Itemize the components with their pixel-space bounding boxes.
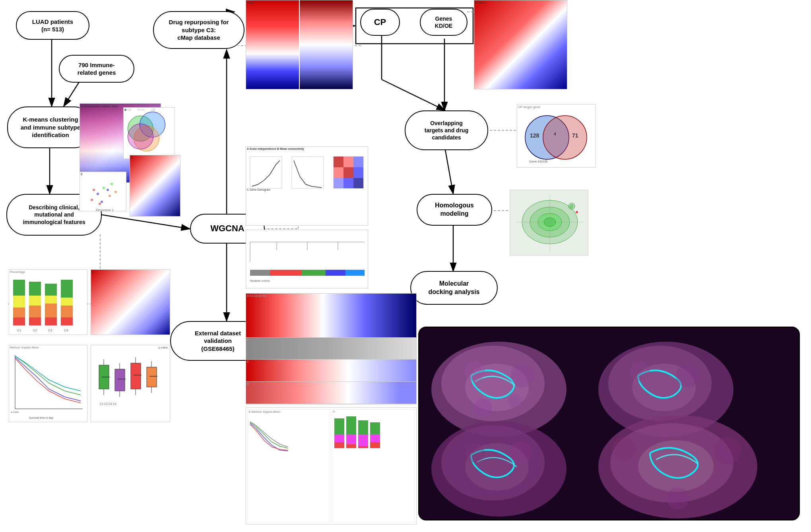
svg-point-36 (107, 189, 109, 191)
svg-point-147 (630, 362, 650, 381)
svg-point-148 (676, 364, 700, 387)
svg-rect-71 (370, 434, 380, 442)
thumb-survival-km: Method: Kaplan Meier Survival time in da… (9, 345, 87, 422)
svg-rect-39 (292, 157, 324, 188)
svg-point-27 (91, 199, 93, 201)
svg-rect-57 (302, 270, 326, 276)
svg-text:C1: C1 (17, 329, 21, 332)
svg-rect-41 (334, 157, 343, 167)
svg-text:C4: C4 (64, 329, 68, 332)
svg-point-29 (103, 187, 105, 189)
thumb-bar-charts: Percentage C1 C2 C3 C4 (9, 269, 87, 335)
node-immune-genes-label: 790 Immune-related genes (78, 61, 116, 77)
svg-point-34 (114, 191, 117, 193)
node-clinical-label: Describing clinical,mutational andimmuno… (23, 204, 85, 226)
thumb-survival-bottom: E Method: Kaplan-Meier F (246, 407, 417, 524)
svg-point-31 (93, 189, 95, 191)
svg-point-146 (508, 394, 522, 408)
svg-rect-85 (61, 280, 73, 298)
svg-text:4: 4 (554, 132, 556, 136)
svg-rect-58 (326, 270, 345, 276)
svg-rect-66 (346, 444, 356, 448)
svg-rect-76 (13, 317, 25, 325)
svg-point-152 (714, 437, 741, 465)
node-drug-label: Drug repurposing forsubtype C3:cMap data… (169, 18, 229, 42)
svg-rect-65 (346, 434, 356, 444)
svg-rect-69 (358, 446, 368, 448)
svg-point-149 (465, 443, 485, 463)
svg-point-150 (510, 442, 532, 464)
node-molecular-docking: Moleculardocking analysis (410, 271, 498, 305)
node-kmeans-label: K-means clusteringand immune subtypeiden… (21, 116, 80, 139)
svg-rect-47 (334, 178, 343, 188)
svg-text:p-value: p-value (11, 411, 19, 413)
node-luad: LUAD patients(n= 513) (16, 11, 89, 40)
node-drug-repurposing: Drug repurposing forsubtype C3:cMap data… (153, 11, 244, 49)
svg-text:C1  C2  C3  C4: C1 C2 C3 C4 (100, 402, 116, 405)
thumb-venn-cp: CP target gene 128 4 71 IKBKE HDAC11 KDR… (517, 104, 596, 168)
svg-text:Gene KD/OE: Gene KD/OE (529, 160, 548, 163)
svg-rect-109 (147, 367, 157, 387)
svg-rect-80 (29, 317, 41, 325)
svg-rect-59 (345, 270, 365, 276)
thumb-heatmap-d: D (130, 155, 180, 217)
node-immune-genes: 790 Immune-related genes (59, 55, 134, 83)
node-homologous: Homologousmodeling (417, 194, 492, 226)
svg-rect-88 (61, 317, 73, 325)
svg-rect-46 (353, 167, 363, 178)
svg-point-32 (101, 201, 103, 203)
svg-point-35 (99, 203, 101, 205)
svg-text:Module colors: Module colors (250, 279, 270, 282)
svg-rect-55 (250, 270, 270, 276)
svg-text:128: 128 (530, 132, 539, 139)
svg-rect-61 (334, 418, 344, 434)
node-homologous-label: Homologousmodeling (435, 201, 474, 218)
svg-rect-75 (13, 308, 25, 317)
node-genes-kdoe: GenesKD/OE (420, 9, 468, 36)
node-luad-label: LUAD patients(n= 513) (32, 18, 73, 33)
svg-line-5 (100, 215, 190, 229)
svg-rect-87 (61, 306, 73, 317)
svg-rect-101 (115, 369, 125, 391)
svg-rect-48 (343, 178, 353, 188)
svg-point-153 (667, 488, 689, 510)
svg-point-144 (511, 364, 535, 387)
thumb-scatter-kmeans: C Dimension 1 (80, 172, 126, 211)
svg-point-28 (97, 193, 99, 195)
mol-dock-image (418, 327, 800, 520)
thumb-heatmap-e: E Cell id (474, 0, 567, 89)
thumb-boxplots: C1 C2 C3 C4 p-value (91, 345, 170, 422)
svg-point-130 (576, 211, 578, 213)
svg-rect-77 (29, 282, 41, 296)
svg-point-143 (465, 362, 485, 381)
svg-rect-56 (270, 270, 302, 276)
svg-rect-38 (250, 157, 282, 188)
thumb-wgcna-heatmap: A C1 C2 C3 C4 B C D (246, 293, 417, 404)
svg-rect-83 (45, 304, 57, 317)
svg-rect-81 (45, 284, 57, 296)
node-overlapping: Overlappingtargets and drugcandidates (405, 110, 488, 150)
svg-text:Dimension 1: Dimension 1 (96, 208, 114, 211)
node-wgcna-label: WGCNA (210, 223, 244, 234)
svg-line-3 (64, 81, 80, 106)
svg-text:C2: C2 (33, 329, 37, 332)
svg-rect-78 (29, 296, 41, 306)
diagram-container: LUAD patients(n= 513) 790 Immune-related… (0, 0, 811, 532)
svg-rect-63 (334, 442, 344, 448)
thumb-dose-response: A Scale independence B Mean connectivity… (246, 146, 368, 226)
svg-rect-70 (370, 422, 380, 434)
thumb-gene-dendrogram: Module colors (246, 230, 368, 288)
svg-rect-68 (358, 434, 368, 446)
svg-rect-62 (334, 434, 344, 442)
svg-rect-64 (346, 416, 356, 434)
svg-point-33 (111, 183, 113, 185)
svg-text:IKBKE  HDAC11: IKBKE HDAC11 (539, 166, 562, 168)
svg-rect-67 (358, 420, 368, 434)
svg-line-12 (445, 150, 453, 194)
svg-rect-73 (13, 280, 25, 296)
svg-line-10 (382, 79, 445, 110)
svg-rect-45 (343, 167, 353, 178)
node-cp-label: CP (374, 17, 386, 28)
svg-point-127 (570, 205, 573, 208)
svg-rect-42 (343, 157, 353, 167)
